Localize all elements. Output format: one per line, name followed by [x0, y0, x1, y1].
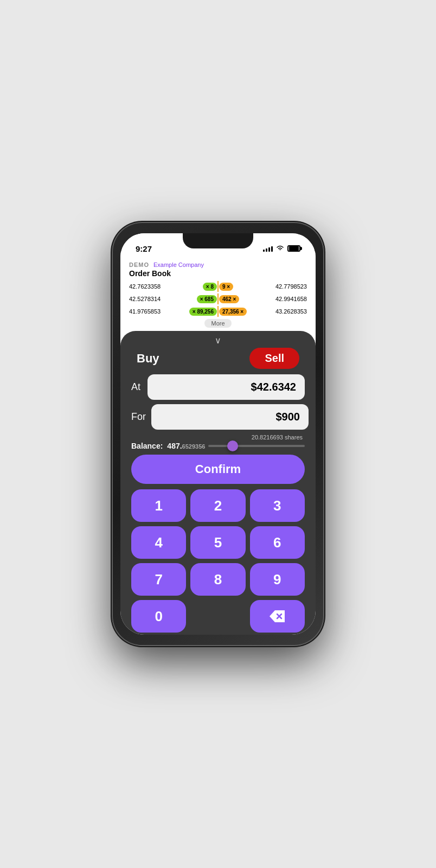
- backspace-icon: [270, 610, 285, 622]
- demo-label: DEMO: [129, 261, 149, 268]
- ob-divider-2: [217, 293, 219, 304]
- numpad-9[interactable]: 9: [250, 563, 305, 596]
- numpad: 1 2 3 4 5 6 7 8 9 0: [131, 489, 305, 633]
- wifi-icon: [276, 245, 284, 253]
- ob-badges-1: × 8 9 ×: [203, 281, 233, 292]
- order-book-area: DEMO Example Company Order Book 42.76233…: [120, 257, 316, 331]
- at-label: At: [131, 381, 142, 393]
- balance-integer: 487.: [167, 442, 182, 450]
- ob-badges-2: × 685 462 ×: [197, 293, 240, 304]
- ob-divider-3: [217, 306, 219, 317]
- balance-slider[interactable]: [208, 445, 305, 447]
- badge-green-2: × 685: [197, 295, 217, 303]
- status-icons: [263, 245, 300, 253]
- ob-badges-3: × 89,256 27,356 ×: [189, 306, 247, 317]
- balance-row: Balance: 487.6529356: [131, 442, 305, 450]
- company-label: Example Company: [153, 261, 204, 268]
- badge-green-1: × 8: [203, 283, 217, 291]
- numpad-8[interactable]: 8: [190, 563, 245, 596]
- balance-label: Balance:: [131, 442, 163, 450]
- numpad-4[interactable]: 4: [131, 526, 186, 559]
- at-price-input[interactable]: [148, 374, 305, 400]
- ob-right-price-3: 43.2628353: [268, 308, 307, 315]
- balance-slider-container: 487.6529356: [167, 442, 305, 450]
- ob-left-price-2: 42.5278314: [129, 296, 168, 302]
- order-book-header: DEMO Example Company: [129, 261, 307, 268]
- phone-device: 9:27: [112, 222, 324, 646]
- ob-right-price-2: 42.9941658: [268, 296, 307, 302]
- ob-divider-1: [217, 281, 219, 292]
- numpad-1[interactable]: 1: [131, 489, 186, 522]
- notch: [183, 233, 253, 248]
- order-book-row: 42.5278314 × 685 462 × 42.9941658: [129, 293, 307, 304]
- for-amount-input[interactable]: [151, 404, 309, 430]
- signal-bars-icon: [263, 245, 273, 252]
- status-time: 9:27: [136, 244, 152, 253]
- confirm-button[interactable]: Confirm: [131, 455, 305, 484]
- badge-green-3: × 89,256: [189, 308, 217, 316]
- order-book-row: 42.7623358 × 8 9 × 42.7798523: [129, 281, 307, 292]
- trading-panel: ∨ Buy Sell At For 20.8216693 shares Bala…: [120, 331, 316, 635]
- badge-orange-2: 462 ×: [219, 295, 239, 303]
- phone-screen: 9:27: [120, 233, 316, 635]
- badge-orange-1: 9 ×: [219, 283, 233, 291]
- ob-left-price-1: 42.7623358: [129, 283, 168, 290]
- at-input-row: At: [131, 374, 305, 400]
- buy-label[interactable]: Buy: [137, 352, 159, 366]
- order-book-row: 41.9765853 × 89,256 27,356 × 43.2628353: [129, 306, 307, 317]
- buy-sell-row: Buy Sell: [131, 348, 305, 369]
- sell-button[interactable]: Sell: [249, 348, 299, 369]
- ob-left-price-3: 41.9765853: [129, 308, 168, 315]
- balance-decimal: 6529356: [182, 443, 206, 450]
- numpad-6[interactable]: 6: [250, 526, 305, 559]
- numpad-2[interactable]: 2: [190, 489, 245, 522]
- panel-handle-row: ∨: [131, 331, 305, 348]
- order-book-title: Order Book: [129, 269, 307, 278]
- for-label: For: [131, 411, 146, 423]
- badge-orange-3: 27,356 ×: [219, 308, 247, 316]
- more-button[interactable]: More: [204, 319, 231, 328]
- backspace-button[interactable]: [250, 600, 305, 633]
- for-input-row: For: [131, 404, 305, 430]
- numpad-3[interactable]: 3: [250, 489, 305, 522]
- balance-value: 487.6529356: [167, 442, 205, 450]
- ob-right-price-1: 42.7798523: [268, 283, 307, 290]
- slider-thumb[interactable]: [227, 441, 238, 451]
- numpad-0[interactable]: 0: [131, 600, 186, 633]
- numpad-7[interactable]: 7: [131, 563, 186, 596]
- battery-icon: [287, 245, 300, 252]
- numpad-5[interactable]: 5: [190, 526, 245, 559]
- shares-hint: 20.8216693 shares: [131, 434, 305, 441]
- chevron-down-icon[interactable]: ∨: [215, 335, 221, 346]
